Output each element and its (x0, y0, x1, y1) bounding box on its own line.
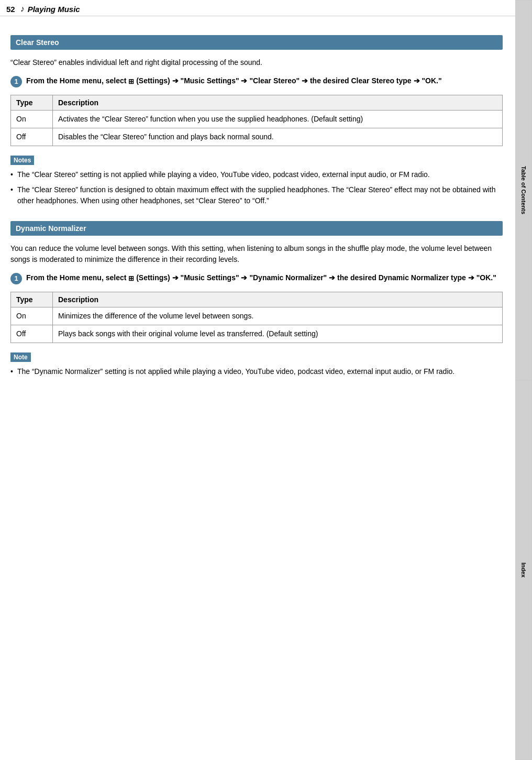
clear-stereo-step-text: From the Home menu, select ⊞ (Settings) … (26, 75, 503, 86)
dn-type-off: Off (11, 325, 53, 343)
clear-stereo-step: 1 From the Home menu, select ⊞ (Settings… (10, 75, 503, 87)
step-circle-1: 1 (10, 76, 22, 87)
col-description-2: Description (53, 292, 503, 307)
dynamic-normalizer-option: "Dynamic Normalizer" (249, 273, 327, 282)
dynamic-normalizer-header: Dynamic Normalizer (10, 221, 503, 236)
dynamic-normalizer-section: Dynamic Normalizer You can reduce the vo… (10, 221, 503, 377)
clear-stereo-notes: Notes • The “Clear Stereo” setting is no… (10, 156, 503, 206)
music-icon: ♪ (20, 4, 25, 14)
col-type-2: Type (11, 292, 53, 307)
step-circle-2: 1 (10, 273, 22, 284)
list-item: • The “Dynamic Normalizer” setting is no… (10, 366, 503, 377)
col-type-1: Type (11, 95, 53, 111)
table-row: On Activates the “Clear Stereo” function… (11, 111, 503, 128)
clear-stereo-intro: “Clear Stereo” enables individual left a… (10, 57, 503, 68)
music-settings-label: "Music Settings" (181, 76, 239, 85)
table-row: On Minimizes the difference of the volum… (11, 307, 503, 325)
tab-toc[interactable]: Table of Contents (515, 0, 532, 380)
col-description-1: Description (53, 95, 503, 111)
list-item: • The “Clear Stereo” setting is not appl… (10, 169, 503, 180)
dynamic-normalizer-intro: You can reduce the volume level between … (10, 243, 503, 265)
cs-type-on: On (11, 111, 53, 128)
ok-label-2: "OK." (476, 273, 496, 282)
tab-index[interactable]: Index (515, 380, 532, 761)
list-item: • The “Clear Stereo” function is designe… (10, 184, 503, 206)
page-title: Playing Music (28, 5, 80, 14)
bullet-icon: • (10, 184, 13, 195)
dynamic-normalizer-step-text: From the Home menu, select ⊞ (Settings) … (26, 272, 503, 283)
dynamic-normalizer-step: 1 From the Home menu, select ⊞ (Settings… (10, 272, 503, 284)
desired-type-label: the desired Clear Stereo type (310, 76, 412, 85)
cs-desc-on: Activates the “Clear Stereo” function wh… (53, 111, 503, 128)
clear-stereo-table: Type Description On Activates the “Clear… (10, 95, 503, 146)
dynamic-normalizer-title: Dynamic Normalizer (16, 224, 86, 233)
note-label: Note (10, 353, 31, 362)
dn-type-on: On (11, 307, 53, 325)
index-label: Index (520, 563, 527, 578)
dn-note-text: The “Dynamic Normalizer” setting is not … (17, 366, 455, 377)
dn-desc-on: Minimizes the difference of the volume l… (53, 307, 503, 325)
ok-label-1: "OK." (422, 76, 441, 85)
dynamic-normalizer-note: Note • The “Dynamic Normalizer” setting … (10, 353, 503, 377)
clear-stereo-section: Clear Stereo “Clear Stereo” enables indi… (10, 35, 503, 206)
side-tabs: Table of Contents Index (515, 0, 532, 760)
clear-stereo-option: "Clear Stereo" (249, 76, 300, 85)
notes-label: Notes (10, 156, 34, 165)
bullet-icon: • (10, 366, 13, 377)
table-row: Off Disables the “Clear Stereo” function… (11, 128, 503, 146)
desired-dn-type: the desired Dynamic Normalizer type (337, 273, 466, 282)
notes-list: • The “Clear Stereo” setting is not appl… (10, 169, 503, 206)
toc-label: Table of Contents (520, 166, 527, 214)
cs-type-off: Off (11, 128, 53, 146)
table-row: Off Plays back songs with their original… (11, 325, 503, 343)
clear-stereo-header: Clear Stereo (10, 35, 503, 50)
page-header: 52 ♪ Playing Music (0, 0, 532, 16)
cs-desc-off: Disables the “Clear Stereo” function and… (53, 128, 503, 146)
note-list: • The “Dynamic Normalizer” setting is no… (10, 366, 503, 377)
dynamic-normalizer-table: Type Description On Minimizes the differ… (10, 292, 503, 343)
page-number: 52 (6, 5, 15, 14)
note-text-2: The “Clear Stereo” function is designed … (17, 184, 503, 206)
bullet-icon: • (10, 169, 13, 180)
clear-stereo-title: Clear Stereo (16, 38, 59, 47)
music-settings-label-2: "Music Settings" (181, 273, 239, 282)
settings-icon-2: ⊞ (128, 273, 134, 284)
dn-desc-off: Plays back songs with their original vol… (53, 325, 503, 343)
note-text-1: The “Clear Stereo” setting is not applie… (17, 169, 430, 180)
main-content: Clear Stereo “Clear Stereo” enables indi… (0, 16, 513, 393)
settings-icon: ⊞ (128, 76, 134, 87)
